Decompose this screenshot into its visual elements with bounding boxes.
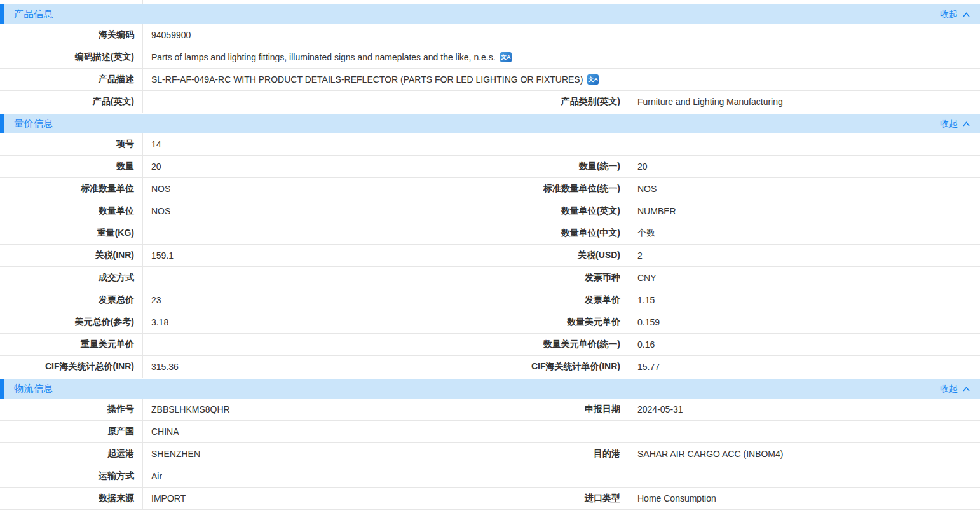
field-value-text: CNY	[637, 273, 657, 283]
table-row: 标准数量单位NOS标准数量单位(统一)NOS	[0, 178, 980, 200]
field-label: 关税(USD)	[489, 245, 629, 266]
field-value	[143, 334, 489, 355]
field-value-text: Furniture and Lighting Manufacturing	[637, 97, 783, 107]
field-value-text: ZBBSLHKMS8QHR	[151, 404, 230, 414]
table-row: 关税(INR)159.1关税(USD)2	[0, 245, 980, 267]
field-label: 标准数量单位	[0, 178, 143, 200]
field-value-text: NUMBER	[637, 206, 676, 216]
field-label: 原产国	[0, 421, 143, 442]
field-label: 数据来源	[0, 488, 143, 509]
collapse-label: 收起	[940, 118, 958, 130]
field-value: 14	[143, 133, 980, 155]
section-header: 量价信息收起	[0, 114, 980, 133]
field-label: 关税(INR)	[0, 245, 143, 266]
field-value: CHINA	[143, 421, 980, 442]
field-label: 编码描述(英文)	[0, 46, 143, 68]
table-row: 产品(英文)产品类别(英文)Furniture and Lighting Man…	[0, 91, 980, 113]
field-value-text: Parts of lamps and lighting fittings, il…	[151, 52, 496, 62]
clipped-cell	[143, 0, 489, 4]
table-row: 重量美元单价数量美元单价(统一)0.16	[0, 334, 980, 356]
field-value: NOS	[143, 178, 489, 200]
field-value-text: 2024-05-31	[637, 404, 683, 414]
field-value: 2024-05-31	[629, 399, 980, 420]
collapse-button[interactable]: 收起	[940, 118, 970, 130]
translate-icon[interactable]: 文A	[587, 74, 599, 85]
table-row: 起运港SHENZHEN目的港SAHAR AIR CARGO ACC (INBOM…	[0, 443, 980, 465]
field-label: 项号	[0, 133, 143, 155]
field-value: 0.159	[629, 311, 980, 333]
section-panel: 产品信息收起海关编码94059900编码描述(英文)Parts of lamps…	[0, 4, 980, 113]
field-value: Furniture and Lighting Manufacturing	[629, 91, 980, 113]
field-value: 2	[629, 245, 980, 266]
table-row: 编码描述(英文)Parts of lamps and lighting fitt…	[0, 46, 980, 69]
field-value-text: 15.77	[637, 362, 660, 372]
section-panel: 物流信息收起操作号ZBBSLHKMS8QHR申报日期2024-05-31原产国C…	[0, 379, 980, 510]
field-value-text: 23	[151, 295, 161, 305]
field-label: 运输方式	[0, 465, 143, 487]
field-value-text: 0.159	[637, 317, 660, 327]
field-label: 产品(英文)	[0, 91, 143, 113]
chevron-up-icon	[962, 120, 970, 128]
field-value-text: SHENZHEN	[151, 449, 200, 459]
field-value	[143, 222, 489, 244]
clipped-cell	[629, 0, 980, 4]
table-row: 成交方式发票币种CNY	[0, 267, 980, 289]
field-label: 数量单位(中文)	[489, 222, 629, 244]
clipped-row-top	[0, 0, 980, 4]
field-value-text: NOS	[151, 184, 170, 194]
field-label: 发票单价	[489, 289, 629, 311]
field-value-text: 1.15	[637, 295, 655, 305]
field-value: 20	[143, 156, 489, 177]
translate-icon[interactable]: 文A	[500, 52, 512, 62]
table-row: 项号14	[0, 133, 980, 156]
field-value: 159.1	[143, 245, 489, 266]
field-value-text: 159.1	[151, 250, 174, 261]
section-header: 产品信息收起	[0, 4, 980, 24]
collapse-button[interactable]: 收起	[940, 9, 970, 20]
field-value-text: IMPORT	[151, 493, 186, 503]
field-label: 成交方式	[0, 267, 143, 289]
field-value: IMPORT	[143, 488, 489, 509]
field-value: Parts of lamps and lighting fittings, il…	[143, 46, 980, 68]
field-label: 数量单位	[0, 200, 143, 222]
table-row: 数量20数量(统一)20	[0, 156, 980, 178]
field-label: 数量美元单价	[489, 311, 629, 333]
field-value-text: SL-RF-AF-049A-RC WITH PRODUCT DETAILS-RE…	[151, 74, 583, 85]
field-value-text: 94059900	[151, 30, 191, 40]
field-value: 20	[629, 156, 980, 177]
field-value-text: CHINA	[151, 427, 179, 437]
field-value: CNY	[629, 267, 980, 289]
field-label: CIF海关统计单价(INR)	[489, 356, 629, 378]
section-title: 物流信息	[14, 383, 53, 395]
field-value-text: NOS	[151, 206, 170, 216]
field-value-text: Air	[151, 471, 162, 481]
field-value: 3.18	[143, 311, 489, 333]
table-row: 海关编码94059900	[0, 24, 980, 46]
field-label: 产品类别(英文)	[489, 91, 629, 113]
field-label: 美元总价(参考)	[0, 311, 143, 333]
field-value: 0.16	[629, 334, 980, 355]
field-label: 发票总价	[0, 289, 143, 311]
field-label: 重量(KG)	[0, 222, 143, 244]
field-value-text: 315.36	[151, 362, 179, 372]
section-title: 产品信息	[14, 8, 53, 20]
field-label: 数量单位(英文)	[489, 200, 629, 222]
sections-container: 产品信息收起海关编码94059900编码描述(英文)Parts of lamps…	[0, 4, 980, 510]
field-value: 15.77	[629, 356, 980, 378]
section-header: 物流信息收起	[0, 379, 980, 399]
field-value-text: SAHAR AIR CARGO ACC (INBOM4)	[637, 449, 783, 459]
field-value	[143, 267, 489, 289]
field-value: Home Consumption	[629, 488, 980, 509]
table-row: 美元总价(参考)3.18数量美元单价0.159	[0, 311, 980, 334]
field-value-text: 2	[637, 250, 643, 261]
field-value: 23	[143, 289, 489, 311]
section-title: 量价信息	[14, 118, 53, 130]
field-label: 进口类型	[489, 488, 629, 509]
field-value-text: NOS	[637, 184, 657, 194]
collapse-label: 收起	[940, 9, 958, 20]
field-label: 数量美元单价(统一)	[489, 334, 629, 355]
section-panel: 量价信息收起项号14数量20数量(统一)20标准数量单位NOS标准数量单位(统一…	[0, 114, 980, 378]
chevron-up-icon	[962, 11, 970, 18]
collapse-button[interactable]: 收起	[940, 383, 970, 395]
field-label: 数量(统一)	[489, 156, 629, 177]
